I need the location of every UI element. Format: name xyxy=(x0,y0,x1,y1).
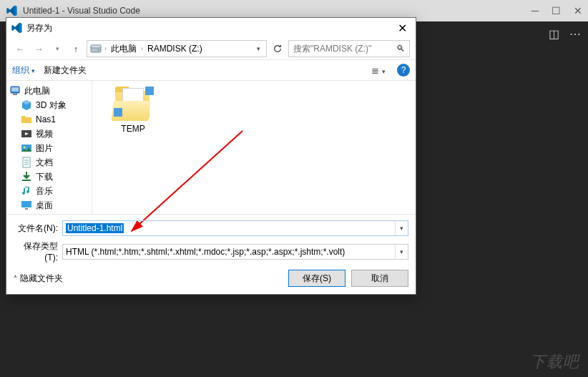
filetype-select[interactable]: HTML (*.html;*.htm;*.shtml;*.xhtml;*.mdo… xyxy=(62,244,408,260)
chevron-down-icon[interactable]: ▾ xyxy=(395,221,408,235)
watermark: 下载吧 xyxy=(530,351,579,373)
breadcrumb-drive[interactable]: RAMDISK (Z:) xyxy=(146,44,204,54)
more-actions-icon[interactable]: ⋯ xyxy=(569,27,581,41)
address-bar[interactable]: › 此电脑 › RAMDISK (Z:) ▾ xyxy=(87,40,267,57)
dialog-titlebar: 另存为 ✕ xyxy=(6,18,416,38)
refresh-icon xyxy=(273,44,283,54)
svg-rect-10 xyxy=(22,180,31,181)
svg-rect-4 xyxy=(11,87,19,92)
folder-icon xyxy=(112,87,154,121)
tree-item[interactable]: Nas1 xyxy=(6,112,92,127)
3d-icon xyxy=(21,99,32,111)
dialog-toolbar: 组织 ▾ 新建文件夹 ≣ ▾ ? xyxy=(6,59,416,81)
svg-rect-5 xyxy=(13,94,17,95)
tree-item[interactable]: 桌面 xyxy=(6,198,92,212)
video-icon xyxy=(21,128,32,139)
refresh-button[interactable] xyxy=(270,41,285,57)
dialog-title: 另存为 xyxy=(26,22,391,34)
search-input[interactable]: 搜索"RAMDISK (Z:)" 🔍︎ xyxy=(288,40,410,57)
pictures-icon xyxy=(21,142,32,154)
drive-icon xyxy=(90,43,102,54)
tree-item[interactable]: 文档 xyxy=(6,155,92,170)
chevron-up-icon: ˄ xyxy=(14,275,17,283)
view-options-button[interactable]: ≣ ▾ xyxy=(368,65,388,76)
hide-folders-toggle[interactable]: ˄ 隐藏文件夹 xyxy=(14,273,63,285)
pc-icon xyxy=(9,85,21,97)
breadcrumb-root[interactable]: 此电脑 xyxy=(109,43,138,55)
split-editor-icon[interactable]: ◫ xyxy=(549,27,559,41)
tree-item[interactable]: 视频 xyxy=(6,127,92,141)
close-icon[interactable]: ✕ xyxy=(391,21,413,35)
tree-item[interactable]: 图片 xyxy=(6,141,92,155)
nav-up-button[interactable]: ↑ xyxy=(68,41,84,57)
chevron-right-icon[interactable]: › xyxy=(141,45,143,52)
tree-item[interactable]: 下载 xyxy=(6,170,92,184)
address-bar-row: ← → ▾ ↑ › 此电脑 › RAMDISK (Z:) ▾ 搜索"RAMDIS… xyxy=(6,38,416,59)
nav-recent-button[interactable]: ▾ xyxy=(49,41,65,57)
cancel-button[interactable]: 取消 xyxy=(351,270,408,287)
filetype-label: 保存类型(T): xyxy=(14,240,58,263)
svg-point-8 xyxy=(24,147,26,149)
maximize-button[interactable]: ☐ xyxy=(552,5,561,16)
chevron-right-icon[interactable]: › xyxy=(104,45,107,52)
vscode-icon xyxy=(6,5,17,16)
desktop-icon xyxy=(21,200,32,211)
filename-value: Untitled-1.html xyxy=(66,223,124,233)
tree-item[interactable]: 音乐 xyxy=(6,184,92,198)
music-icon xyxy=(21,185,32,197)
svg-point-2 xyxy=(98,49,99,51)
filetype-value: HTML (*.html;*.htm;*.shtml;*.xhtml;*.mdo… xyxy=(66,247,345,257)
svg-rect-12 xyxy=(25,208,28,210)
save-button[interactable]: 保存(S) xyxy=(288,270,346,287)
tree-this-pc[interactable]: 此电脑 xyxy=(6,84,92,98)
download-icon xyxy=(21,171,32,182)
svg-rect-11 xyxy=(21,201,31,207)
filename-input[interactable]: Untitled-1.html ▾ xyxy=(62,220,408,236)
folder-icon xyxy=(21,114,32,125)
help-icon[interactable]: ? xyxy=(397,64,410,77)
chevron-down-icon[interactable]: ▾ xyxy=(254,45,263,52)
nav-tree[interactable]: 此电脑 3D 对象 Nas1 视频 图片 文档 下载 音乐 桌面 ▸本地磁盘 (… xyxy=(6,81,92,214)
nav-back-button[interactable]: ← xyxy=(12,41,28,57)
tree-item[interactable]: 3D 对象 xyxy=(6,98,92,112)
save-as-dialog: 另存为 ✕ ← → ▾ ↑ › 此电脑 › RAMDISK (Z:) ▾ 搜索"… xyxy=(6,17,416,295)
organize-menu[interactable]: 组织 ▾ xyxy=(12,64,35,77)
dialog-bottom: 文件名(N): Untitled-1.html ▾ 保存类型(T): HTML … xyxy=(6,214,416,294)
window-title: Untitled-1 - Visual Studio Code xyxy=(23,6,531,16)
search-placeholder: 搜索"RAMDISK (Z:)" xyxy=(293,43,371,55)
search-icon: 🔍︎ xyxy=(396,44,405,54)
minimize-button[interactable]: ─ xyxy=(531,5,539,16)
folder-item[interactable]: TEMP xyxy=(101,87,165,134)
vscode-icon xyxy=(11,22,22,34)
svg-rect-1 xyxy=(91,45,101,48)
nav-forward-button: → xyxy=(31,41,46,57)
filename-label: 文件名(N): xyxy=(14,222,58,235)
file-list[interactable]: TEMP xyxy=(92,81,416,214)
new-folder-button[interactable]: 新建文件夹 xyxy=(44,64,87,77)
folder-label: TEMP xyxy=(121,124,144,134)
close-window-button[interactable]: ✕ xyxy=(574,5,582,16)
docs-icon xyxy=(21,157,32,168)
chevron-down-icon[interactable]: ▾ xyxy=(395,245,408,259)
